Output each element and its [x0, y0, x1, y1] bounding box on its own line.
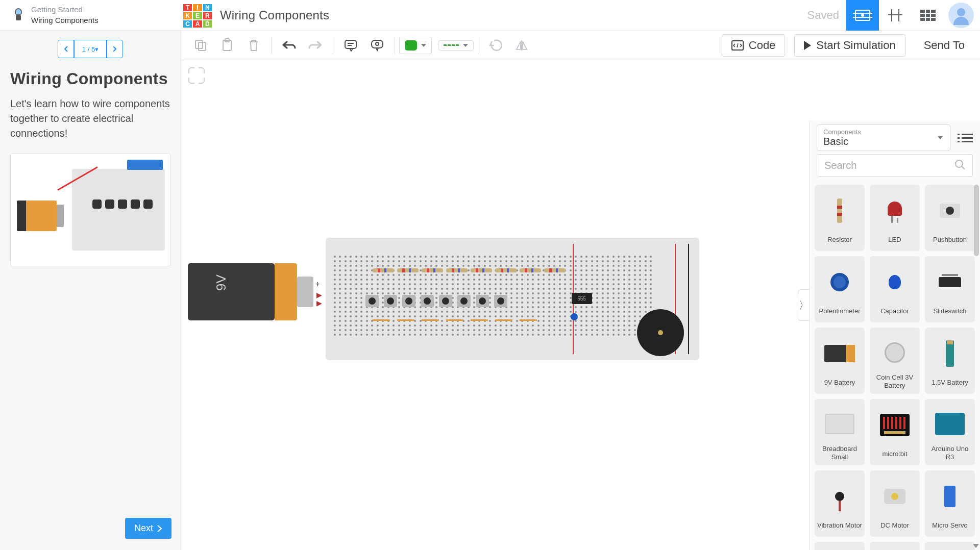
project-name[interactable]: Wiring Components: [220, 8, 329, 22]
component-item-15v-battery[interactable]: 1.5V Battery: [925, 328, 975, 394]
pushbutton-icon: [940, 204, 960, 218]
component-item-slideswitch[interactable]: Slideswitch: [925, 256, 975, 322]
view-components-list-button[interactable]: [912, 0, 944, 31]
wire[interactable]: [397, 319, 414, 321]
circuit[interactable]: 9V + ▶▶ document.write(Array.from({lengt…: [326, 238, 836, 360]
component-item-led-rgb[interactable]: LED RGB: [925, 542, 975, 550]
delete-button[interactable]: [240, 34, 267, 57]
chevron-down-icon: [463, 44, 468, 47]
wire[interactable]: [495, 319, 512, 321]
schematic-icon: [888, 9, 902, 21]
component-pushbutton[interactable]: [494, 295, 507, 307]
breadcrumb[interactable]: Getting Started: [31, 5, 99, 15]
wire[interactable]: [520, 319, 537, 321]
component-resistor[interactable]: [520, 268, 541, 272]
mirror-icon: [515, 39, 529, 52]
top-header: Getting Started Wiring Components TIN KE…: [0, 0, 980, 31]
components-view-toggle[interactable]: [955, 129, 973, 146]
view-circuit-button[interactable]: [846, 0, 879, 31]
component-pushbutton[interactable]: [457, 295, 471, 307]
component-item-capacitor[interactable]: Capacitor: [870, 256, 920, 322]
component-resistor[interactable]: [422, 268, 443, 272]
color-swatch: [405, 40, 417, 51]
note-icon: [344, 39, 357, 52]
component-resistor[interactable]: [471, 268, 492, 272]
component-item-9v-battery[interactable]: 9V Battery: [815, 328, 865, 394]
mirror-button[interactable]: [509, 34, 535, 57]
panel-collapse-handle[interactable]: 〉: [798, 289, 809, 321]
code-button[interactable]: Code: [722, 34, 786, 57]
component-breadboard[interactable]: document.write(Array.from({length:18}).m…: [326, 238, 699, 360]
component-potentiometer[interactable]: [571, 313, 578, 320]
component-pushbutton[interactable]: [365, 295, 379, 307]
component-resistor[interactable]: [544, 268, 566, 272]
component-9v-battery[interactable]: 9V + ▶▶: [188, 263, 305, 320]
component-pushbutton[interactable]: [421, 295, 434, 307]
components-scrollbar[interactable]: [974, 182, 979, 548]
notes-button[interactable]: [337, 34, 364, 57]
dropdown-label: Components: [823, 128, 944, 136]
component-pushbutton[interactable]: [476, 295, 489, 307]
code-icon: [731, 40, 744, 51]
lesson-title: Wiring Components: [31, 15, 99, 26]
view-schematic-button[interactable]: [879, 0, 912, 31]
start-simulation-button[interactable]: Start Simulation: [794, 34, 905, 57]
scrollbar-thumb[interactable]: [974, 185, 979, 256]
redo-button[interactable]: [302, 34, 329, 57]
wire-color-picker[interactable]: [399, 37, 432, 54]
search-icon: [954, 159, 966, 170]
component-item-micro-servo[interactable]: Micro Servo: [925, 470, 975, 537]
component-resistor[interactable]: [397, 268, 419, 272]
wire-type-picker[interactable]: [438, 40, 474, 51]
wire[interactable]: [446, 319, 463, 321]
pager-next-button[interactable]: [107, 40, 123, 58]
component-item-led[interactable]: LED: [870, 185, 920, 251]
component-piezo[interactable]: [637, 309, 684, 356]
zoom-to-fit-button[interactable]: [188, 67, 205, 84]
svg-point-6: [376, 42, 379, 45]
pager-page-dropdown[interactable]: 1 / 5▾: [74, 40, 107, 58]
workplane-canvas[interactable]: 9V + ▶▶ document.write(Array.from({lengt…: [181, 60, 980, 550]
component-item-resistor[interactable]: Resistor: [815, 185, 865, 251]
lesson-next-button[interactable]: Next: [125, 518, 172, 539]
component-item-potentiometer[interactable]: Potentiometer: [815, 256, 865, 322]
component-item-hobby-gearmotor[interactable]: Hobby: [815, 542, 865, 550]
undo-button[interactable]: [276, 34, 302, 57]
component-item-coin-cell[interactable]: Coin Cell 3V Battery: [870, 328, 920, 394]
next-label: Next: [134, 523, 153, 534]
dc-motor-icon: [884, 489, 905, 504]
scroll-down-icon[interactable]: [973, 544, 979, 548]
rotate-button[interactable]: [482, 34, 509, 57]
wire[interactable]: [471, 319, 488, 321]
component-item-microbit[interactable]: micro:bit: [870, 399, 920, 465]
component-555-timer[interactable]: 555: [572, 293, 592, 304]
component-item-dc-motor[interactable]: DC Motor: [870, 470, 920, 537]
component-item-arduino-uno[interactable]: Arduino Uno R3: [925, 399, 975, 465]
copy-button[interactable]: [187, 34, 214, 57]
component-resistor[interactable]: [446, 268, 468, 272]
component-pushbutton[interactable]: [384, 295, 397, 307]
send-to-button[interactable]: Send To: [915, 35, 974, 56]
component-item-breadboard-small[interactable]: Breadboard Small: [815, 399, 865, 465]
components-grid: Resistor LED Pushbutton Potentiometer Ca…: [810, 182, 980, 550]
toggle-notes-visibility-button[interactable]: [364, 34, 390, 57]
save-status: Saved: [807, 9, 839, 22]
pager-prev-button[interactable]: [58, 40, 74, 58]
component-resistor[interactable]: [495, 268, 517, 272]
component-item-pushbutton[interactable]: Pushbutton: [925, 185, 975, 251]
tinkercad-logo[interactable]: TIN KER CAD: [182, 3, 213, 28]
paste-button[interactable]: [214, 34, 240, 57]
component-resistor[interactable]: [373, 268, 394, 272]
wire[interactable]: [422, 319, 439, 321]
paste-icon: [220, 38, 234, 53]
components-category-dropdown[interactable]: Components Basic: [817, 124, 950, 151]
lesson-panel: 1 / 5▾ Wiring Components Let's learn how…: [0, 31, 181, 550]
potentiometer-icon: [830, 273, 849, 291]
component-item-npn-transistor[interactable]: NNPN: [870, 542, 920, 550]
component-pushbutton[interactable]: [402, 295, 415, 307]
wire[interactable]: [373, 319, 390, 321]
component-pushbutton[interactable]: [439, 295, 452, 307]
user-avatar[interactable]: [948, 3, 974, 28]
component-item-vibration-motor[interactable]: Vibration Motor: [815, 470, 865, 537]
components-search-input[interactable]: [817, 154, 973, 177]
